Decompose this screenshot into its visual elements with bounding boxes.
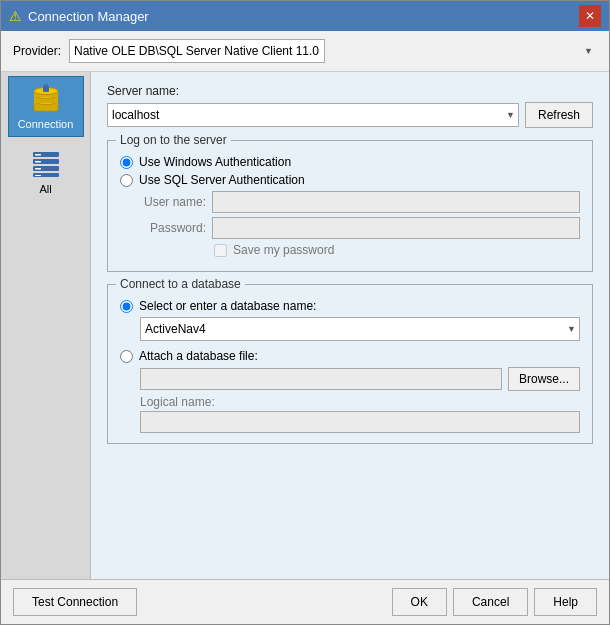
select-db-radio[interactable] bbox=[120, 300, 133, 313]
test-connection-button[interactable]: Test Connection bbox=[13, 588, 137, 616]
sidebar-all-label: All bbox=[39, 183, 51, 195]
logical-name-input[interactable] bbox=[140, 411, 580, 433]
server-select-wrapper: localhost bbox=[107, 103, 519, 127]
save-password-row: Save my password bbox=[214, 243, 580, 257]
svg-rect-16 bbox=[35, 175, 41, 176]
svg-rect-8 bbox=[46, 84, 48, 87]
cancel-button[interactable]: Cancel bbox=[453, 588, 528, 616]
select-db-label[interactable]: Select or enter a database name: bbox=[139, 299, 316, 313]
bottom-right-buttons: OK Cancel Help bbox=[392, 588, 597, 616]
all-icon bbox=[30, 148, 62, 180]
database-select[interactable]: ActiveNav4 bbox=[140, 317, 580, 341]
title-bar: ⚠ Connection Manager ✕ bbox=[1, 1, 609, 31]
windows-auth-label[interactable]: Use Windows Authentication bbox=[139, 155, 291, 169]
sidebar-item-connection[interactable]: Connection bbox=[8, 76, 84, 137]
main-area: Connection All bbox=[1, 72, 609, 579]
provider-select[interactable]: Native OLE DB\SQL Server Native Client 1… bbox=[69, 39, 325, 63]
database-group: Connect to a database Select or enter a … bbox=[107, 284, 593, 444]
sidebar-item-all[interactable]: All bbox=[8, 141, 84, 202]
save-password-checkbox[interactable] bbox=[214, 244, 227, 257]
server-name-select[interactable]: localhost bbox=[107, 103, 519, 127]
help-button[interactable]: Help bbox=[534, 588, 597, 616]
content-area: Server name: localhost Refresh Log on to… bbox=[91, 72, 609, 579]
sql-auth-row: Use SQL Server Authentication bbox=[120, 173, 580, 187]
title-bar-left: ⚠ Connection Manager bbox=[9, 8, 149, 24]
sidebar: Connection All bbox=[1, 72, 91, 579]
sql-auth-label[interactable]: Use SQL Server Authentication bbox=[139, 173, 305, 187]
ok-button[interactable]: OK bbox=[392, 588, 447, 616]
select-db-row: Select or enter a database name: bbox=[120, 299, 580, 313]
attach-db-row: Attach a database file: bbox=[120, 349, 580, 363]
attach-file-row: Browse... bbox=[140, 367, 580, 391]
bottom-bar: Test Connection OK Cancel Help bbox=[1, 579, 609, 624]
connection-icon bbox=[30, 83, 62, 115]
server-row: localhost Refresh bbox=[107, 102, 593, 128]
provider-select-wrapper: Native OLE DB\SQL Server Native Client 1… bbox=[69, 39, 597, 63]
attach-db-radio[interactable] bbox=[120, 350, 133, 363]
refresh-button[interactable]: Refresh bbox=[525, 102, 593, 128]
provider-label: Provider: bbox=[13, 44, 61, 58]
svg-rect-6 bbox=[43, 86, 49, 92]
logon-group: Log on to the server Use Windows Authent… bbox=[107, 140, 593, 272]
browse-button[interactable]: Browse... bbox=[508, 367, 580, 391]
logon-group-title: Log on to the server bbox=[116, 133, 231, 147]
sql-auth-radio[interactable] bbox=[120, 174, 133, 187]
svg-rect-14 bbox=[35, 161, 41, 163]
username-field-label: User name: bbox=[140, 195, 212, 209]
window-title: Connection Manager bbox=[28, 9, 149, 24]
svg-rect-13 bbox=[35, 154, 41, 156]
password-row: Password: bbox=[140, 217, 580, 239]
warning-icon: ⚠ bbox=[9, 8, 22, 24]
attach-file-input[interactable] bbox=[140, 368, 502, 390]
server-name-label: Server name: bbox=[107, 84, 593, 98]
username-input[interactable] bbox=[212, 191, 580, 213]
sidebar-connection-label: Connection bbox=[18, 118, 74, 130]
save-password-label[interactable]: Save my password bbox=[233, 243, 334, 257]
svg-rect-7 bbox=[44, 84, 46, 87]
provider-bar: Provider: Native OLE DB\SQL Server Nativ… bbox=[1, 31, 609, 72]
database-group-title: Connect to a database bbox=[116, 277, 245, 291]
password-input[interactable] bbox=[212, 217, 580, 239]
attach-db-label[interactable]: Attach a database file: bbox=[139, 349, 258, 363]
windows-auth-row: Use Windows Authentication bbox=[120, 155, 580, 169]
svg-rect-15 bbox=[35, 168, 41, 170]
password-field-label: Password: bbox=[140, 221, 212, 235]
windows-auth-radio[interactable] bbox=[120, 156, 133, 169]
connection-manager-window: ⚠ Connection Manager ✕ Provider: Native … bbox=[0, 0, 610, 625]
logical-name-label: Logical name: bbox=[140, 395, 580, 409]
username-row: User name: bbox=[140, 191, 580, 213]
close-button[interactable]: ✕ bbox=[579, 5, 601, 27]
database-select-wrapper: ActiveNav4 bbox=[140, 317, 580, 341]
